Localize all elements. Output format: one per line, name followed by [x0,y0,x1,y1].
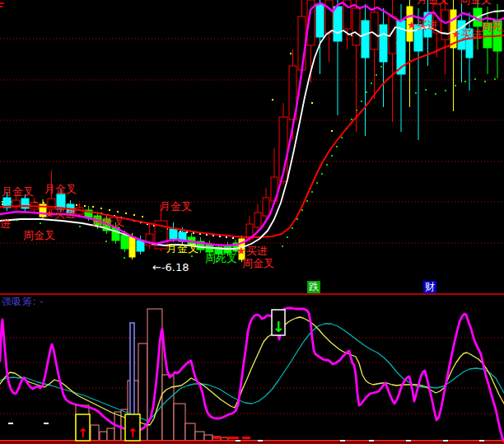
candle-body-cyan [362,21,369,58]
candle-body-red [352,8,360,45]
dotted-green-bio [331,155,333,157]
dotted-green-bio [191,255,193,257]
dotted-green-bio [351,119,352,120]
dotted-green-bio [464,81,466,82]
dotted-yellow-ma [92,206,94,208]
chart-annotation: ★买进 [451,28,483,40]
dotted-white-ma [193,232,194,234]
candle-body-red [254,213,261,227]
dotted-green-bio [415,92,417,94]
dotted-green-bio [494,78,496,80]
dotted-yellow-ma [272,99,273,100]
stock-chart-window: 月金叉月金叉★买进进周金叉月死叉月金叉月金叉周死叉←-6.18★买进周金叉月金叉… [0,0,504,444]
candle-body-cyan [21,199,29,208]
chart-canvas[interactable]: 月金叉月金叉★买进进周金叉月死叉月金叉月金叉周死叉←-6.18★买进周金叉月金叉… [0,0,504,444]
dotted-green-bio [311,191,313,193]
dotted-green-bio [361,100,362,102]
dotted-yellow-ma [84,205,86,207]
dotted-green-bio [282,245,283,247]
histogram-bar [100,432,107,441]
dotted-green-bio [366,91,367,93]
dotted-yellow-ma [125,213,127,214]
dotted-green-bio [105,241,107,242]
chart-annotation: 月金叉 [166,242,198,255]
dotted-green-bio [79,226,81,227]
histogram-bar [204,435,212,441]
chart-annotation: 月金叉 [417,0,449,6]
chart-annotation: 月金叉 [2,185,34,198]
dotted-yellow-ma [311,102,313,104]
red-strip [226,437,239,439]
badge-cai[interactable]: 财 [423,281,436,293]
dotted-green-bio [445,90,446,91]
candle-body-red [325,0,333,33]
dotted-green-bio [484,81,486,82]
dotted-yellow-ma [290,53,292,54]
histogram-bar [107,428,114,441]
chart-annotation: 月金叉 [44,183,77,195]
dotted-white-ma [226,236,227,238]
candle-body-red [298,16,306,70]
dotted-green-bio [301,209,303,211]
dotted-green-bio [371,82,372,84]
candle-body-cyan [57,194,65,208]
dotted-green-bio [425,89,427,91]
dotted-green-bio [435,93,436,95]
chart-annotation: 月金叉 [160,200,192,213]
down-arrow-icon: ↓ [272,318,284,335]
dotted-green-bio [376,74,377,76]
dotted-yellow-ma [100,208,102,209]
chart-annotation: ←-6.18 [152,261,189,273]
chart-annotation: ★买进 [44,208,76,220]
histogram-bar [162,375,174,441]
histogram-bar [91,425,99,441]
up-arrow-icon: ↑ [77,426,88,441]
dotted-green-bio [287,236,288,238]
candle-body-yellow [129,237,135,257]
dotted-green-bio [306,200,308,202]
dotted-yellow-ma [109,209,110,211]
badge-die[interactable]: 跌 [307,281,320,293]
dotted-yellow-ma [76,204,77,206]
dotted-green-bio [336,146,338,147]
indicator-title[interactable]: 强吸筹: - [2,295,44,309]
chart-annotation: 周金叉 [242,257,274,269]
dotted-green-bio [380,66,382,68]
chart-annotation: 进 [0,217,11,230]
dotted-yellow-ma [331,130,333,132]
chart-annotation: ★买进 [407,19,438,31]
candle-body-green [121,235,128,249]
dotted-yellow-ma [142,216,143,217]
red-strip [242,437,250,439]
candle-body-cyan [137,241,144,251]
dotted-green-bio [124,257,125,259]
candle-body-cyan [316,4,324,37]
histogram-bar [185,423,195,441]
red-strip [212,437,222,439]
dotted-yellow-ma [117,211,119,213]
candle-body-red [371,12,378,49]
chart-annotation: 周金叉 [23,229,55,241]
dotted-green-bio [455,85,456,86]
candle-body-red [263,198,269,216]
dotted-white-ma [232,237,234,239]
dotted-green-bio [326,164,328,166]
chart-annotation: 周金叉 [460,0,492,6]
dotted-green-bio [321,173,323,175]
candle-body-red [441,10,449,40]
histogram-bar [174,404,185,441]
candle-body-cyan [380,25,387,62]
histogram-bar [195,432,204,441]
panel-splitter[interactable] [0,293,504,295]
dotted-green-bio [292,227,293,229]
dotted-green-bio [316,182,318,184]
dotted-green-bio [474,78,476,80]
chart-annotation: 周死叉 [205,252,237,264]
up-arrow-icon: ↑ [128,426,138,441]
chart-annotation: 月死叉 [92,216,124,228]
dotted-green-bio [40,222,41,224]
dotted-yellow-ma [133,214,135,216]
dotted-white-ma [219,236,221,237]
candle-body-cyan [170,229,177,239]
candle-body-cyan [334,7,342,41]
